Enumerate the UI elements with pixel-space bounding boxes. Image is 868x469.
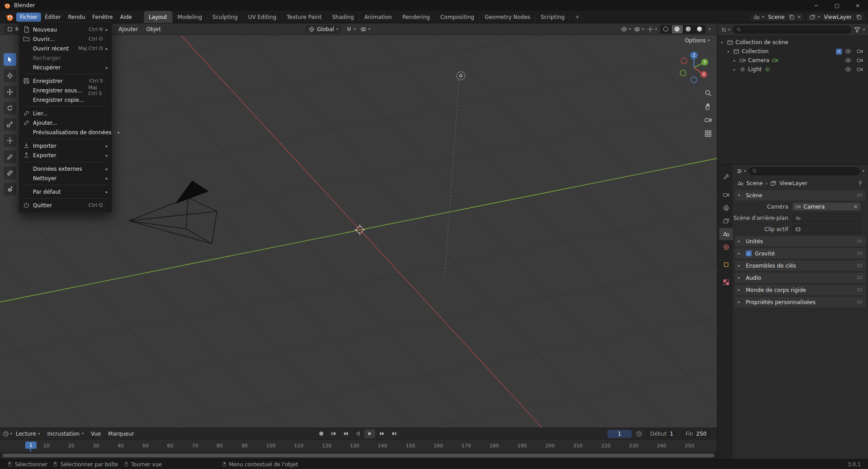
outliner-row-collection[interactable]: ▾ Collection ✓ bbox=[717, 47, 868, 56]
properties-search-input[interactable] bbox=[759, 168, 856, 174]
workspace-tab-geometry-nodes[interactable]: Geometry Nodes bbox=[479, 11, 535, 23]
tab-output[interactable] bbox=[719, 202, 733, 214]
menu-item-nettoyer[interactable]: Nettoyer ▸ bbox=[19, 173, 112, 183]
hide-eye-icon[interactable] bbox=[845, 66, 851, 73]
workspace-tab-shading[interactable]: Shading bbox=[326, 11, 359, 23]
tool-annotate[interactable] bbox=[4, 150, 16, 163]
tab-object[interactable] bbox=[719, 259, 733, 271]
menu-rendu[interactable]: Rendu bbox=[64, 13, 89, 22]
gravity-checkbox[interactable]: ✓ bbox=[746, 250, 752, 256]
gizmos-toggle[interactable]: ▾ bbox=[647, 26, 657, 32]
menu-objet[interactable]: Objet bbox=[142, 26, 164, 32]
ortho-grid-icon[interactable] bbox=[704, 130, 712, 137]
drag-handle-icon[interactable] bbox=[857, 239, 863, 243]
timeline-scrollbar[interactable] bbox=[0, 452, 717, 459]
panel-monde-corps-rigide[interactable]: ▸ Monde de corps rigide bbox=[735, 285, 866, 295]
drag-handle-icon[interactable] bbox=[857, 264, 863, 268]
menu-item-importer[interactable]: Importer ▸ bbox=[19, 141, 112, 150]
outliner-row-light[interactable]: ▸ Light bbox=[717, 65, 868, 74]
outliner-row-scene-collection[interactable]: ▾ Collection de scène bbox=[717, 38, 868, 47]
options-dropdown[interactable]: Options ▾ bbox=[685, 37, 710, 44]
minimize-button[interactable]: ─ bbox=[806, 0, 827, 11]
clear-camera-button[interactable]: × bbox=[854, 204, 858, 209]
tool-select-box[interactable] bbox=[4, 53, 16, 66]
new-scene-button[interactable] bbox=[789, 14, 795, 20]
overlay-menu[interactable]: Incrustation▾ bbox=[44, 431, 87, 437]
snap-toggle[interactable]: ▾ bbox=[346, 26, 356, 32]
tool-rotate[interactable] bbox=[4, 102, 16, 114]
menu-fenetre[interactable]: Fenêtre bbox=[89, 13, 116, 22]
menu-editer[interactable]: Éditer bbox=[41, 13, 64, 22]
app-menu-blender-icon[interactable] bbox=[5, 13, 14, 21]
tab-texture[interactable] bbox=[719, 276, 733, 288]
expand-icon[interactable]: ▸ bbox=[734, 68, 739, 72]
menu-item-quitter[interactable]: Quitter Ctrl Q bbox=[19, 200, 112, 210]
shading-material-button[interactable] bbox=[683, 25, 694, 33]
drag-handle-icon[interactable] bbox=[857, 300, 863, 304]
playback-menu[interactable]: Lecture▾ bbox=[12, 431, 44, 437]
tab-tool[interactable] bbox=[719, 171, 733, 183]
close-button[interactable]: × bbox=[847, 0, 868, 11]
shading-rendered-button[interactable] bbox=[694, 25, 705, 33]
play-button[interactable] bbox=[364, 429, 375, 438]
breadcrumb-scene[interactable]: Scene bbox=[746, 180, 763, 187]
drag-handle-icon[interactable] bbox=[857, 276, 863, 280]
scene-selector[interactable]: ▾ Scene × bbox=[750, 13, 804, 22]
overlays-toggle[interactable]: ▾ bbox=[634, 26, 644, 32]
panel-gravite[interactable]: ▸ ✓ Gravité bbox=[735, 248, 866, 259]
menu-item-par-defaut[interactable]: Par défaut ▸ bbox=[19, 187, 112, 196]
menu-item-enregistrer-sous[interactable]: Enregistrer sous... Maj Ctrl S bbox=[19, 86, 112, 95]
expand-icon[interactable]: ▸ bbox=[734, 59, 739, 63]
active-clip-picker[interactable] bbox=[792, 225, 861, 233]
tool-scale[interactable] bbox=[4, 118, 16, 131]
workspace-tab-modeling[interactable]: Modeling bbox=[172, 11, 207, 23]
render-visibility-icon[interactable] bbox=[857, 48, 863, 55]
drag-handle-icon[interactable] bbox=[857, 251, 863, 255]
menu-item-nouveau[interactable]: Nouveau Ctrl N ▸ bbox=[19, 25, 112, 34]
shading-dropdown[interactable]: ▾ bbox=[709, 27, 711, 31]
shading-solid-button[interactable] bbox=[672, 25, 683, 33]
tab-scene[interactable] bbox=[719, 228, 733, 240]
tab-render[interactable] bbox=[719, 189, 733, 201]
auto-keying-button[interactable] bbox=[316, 429, 326, 438]
view-menu[interactable]: Vue bbox=[87, 431, 104, 437]
workspace-tab-animation[interactable]: Animation bbox=[359, 11, 397, 23]
outliner-search-input[interactable] bbox=[743, 27, 848, 32]
workspace-tab-uv-editing[interactable]: UV Editing bbox=[243, 11, 281, 23]
menu-item-ajouter[interactable]: Ajouter... bbox=[19, 118, 112, 127]
drag-handle-icon[interactable] bbox=[857, 288, 863, 292]
outliner-options-dropdown[interactable]: ▾ bbox=[863, 28, 865, 32]
unlink-scene-button[interactable]: × bbox=[797, 14, 801, 20]
outliner-search[interactable] bbox=[733, 26, 851, 34]
workspace-tab-rendering[interactable]: Rendering bbox=[397, 11, 435, 23]
properties-editor-select[interactable]: ▾ bbox=[736, 168, 746, 174]
add-workspace-button[interactable]: + bbox=[569, 11, 584, 23]
frame-end-field[interactable]: Fin 250 bbox=[681, 430, 711, 438]
panel-scene-header[interactable]: ▾ Scène bbox=[735, 190, 866, 200]
new-viewlayer-button[interactable] bbox=[856, 14, 862, 20]
menu-aide[interactable]: Aide bbox=[116, 13, 136, 22]
menu-item-exporter[interactable]: Exporter ▸ bbox=[19, 150, 112, 160]
menu-item-ouvrir[interactable]: Ouvrir... Ctrl O bbox=[19, 34, 112, 44]
tab-viewlayer[interactable] bbox=[719, 215, 733, 227]
tool-transform[interactable] bbox=[4, 134, 16, 147]
tool-cursor[interactable] bbox=[4, 69, 16, 82]
pan-hand-icon[interactable] bbox=[704, 103, 712, 110]
panel-proprietes-personnalisees[interactable]: ▸ Propriétés personnalisées bbox=[735, 297, 866, 307]
expand-icon[interactable]: ▾ bbox=[721, 41, 727, 45]
navigation-gizmo[interactable]: Z Y X bbox=[675, 49, 713, 87]
preview-range-clock-icon[interactable] bbox=[636, 431, 642, 437]
orientation-select[interactable]: Global ▾ bbox=[305, 25, 341, 34]
panel-audio[interactable]: ▸ Audio bbox=[735, 273, 866, 283]
expand-icon[interactable]: ▾ bbox=[727, 50, 733, 54]
tool-measure[interactable] bbox=[4, 167, 16, 179]
jump-start-button[interactable] bbox=[328, 429, 339, 438]
menu-item-ouvrir-recent[interactable]: Ouvrir récent Maj Ctrl O ▸ bbox=[19, 44, 112, 53]
menu-item-previsualisations[interactable]: Prévisualisations de données ▸ bbox=[19, 127, 112, 137]
shading-wireframe-button[interactable] bbox=[661, 25, 671, 33]
tool-move[interactable] bbox=[4, 86, 16, 98]
maximize-button[interactable]: □ bbox=[827, 0, 847, 11]
playhead[interactable]: 1 bbox=[25, 442, 37, 449]
menu-item-recuperer[interactable]: Récupérer ▸ bbox=[19, 63, 112, 72]
camera-view-icon[interactable] bbox=[704, 116, 712, 124]
